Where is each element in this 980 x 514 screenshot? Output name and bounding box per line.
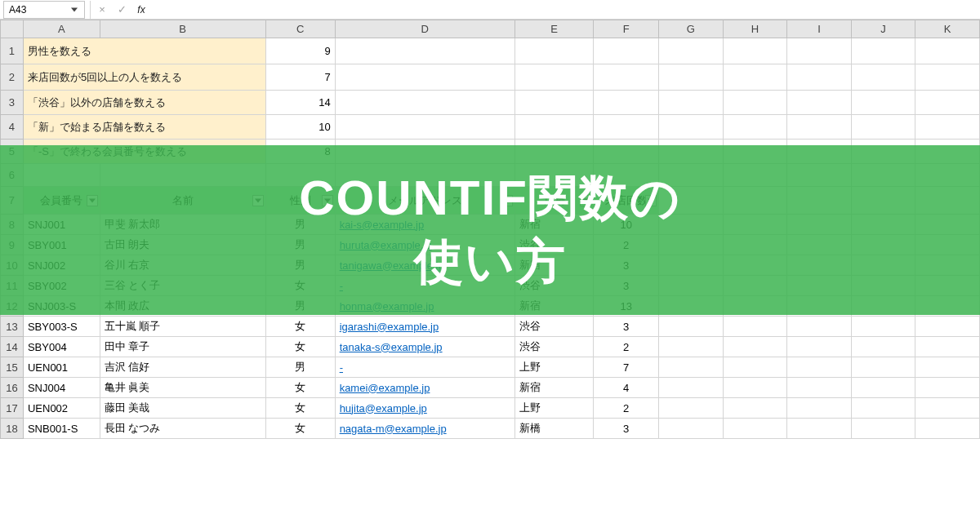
cell[interactable]: [335, 64, 514, 91]
email-link[interactable]: tanaka-s@example.jp: [340, 341, 443, 353]
cell[interactable]: [915, 215, 980, 235]
select-all-corner[interactable]: [1, 20, 24, 38]
cell[interactable]: [335, 91, 514, 115]
cell[interactable]: [915, 398, 980, 419]
cell[interactable]: [335, 140, 514, 164]
cell[interactable]: 男: [265, 296, 335, 317]
cell[interactable]: 田中 章子: [100, 337, 265, 357]
cell[interactable]: [723, 140, 787, 164]
cell[interactable]: [658, 140, 723, 164]
cell[interactable]: hujita@example.jp: [335, 398, 514, 419]
cell[interactable]: [787, 398, 851, 419]
cell[interactable]: 男: [265, 255, 335, 276]
cell[interactable]: [723, 398, 787, 419]
cell[interactable]: [723, 215, 787, 235]
row-header[interactable]: 5: [1, 140, 24, 164]
col-header[interactable]: G: [658, 20, 723, 38]
col-header[interactable]: A: [23, 20, 100, 38]
cell[interactable]: [915, 91, 980, 115]
cell[interactable]: [265, 164, 335, 187]
cell[interactable]: [658, 235, 723, 255]
cell[interactable]: [915, 187, 980, 215]
cell[interactable]: [915, 378, 980, 398]
cell[interactable]: [851, 337, 915, 357]
row-header[interactable]: 3: [1, 91, 24, 115]
cell[interactable]: 五十嵐 順子: [100, 317, 265, 337]
table-header[interactable]: 店舗: [514, 187, 594, 215]
cell[interactable]: huruta@example.jp: [335, 235, 514, 255]
cell[interactable]: [335, 38, 514, 64]
cell[interactable]: [787, 91, 851, 115]
cell[interactable]: [787, 115, 851, 140]
cell[interactable]: [514, 140, 594, 164]
cell[interactable]: 渋谷: [514, 337, 594, 357]
cell[interactable]: [658, 378, 723, 398]
email-link[interactable]: hujita@example.jp: [340, 402, 427, 414]
cell[interactable]: [658, 215, 723, 235]
filter-dropdown-icon[interactable]: [645, 195, 657, 206]
prompt-result[interactable]: 7: [265, 64, 335, 91]
prompt-label[interactable]: 「新」で始まる店舗を数える: [23, 115, 265, 140]
cell[interactable]: 10: [594, 215, 659, 235]
cell[interactable]: 男: [265, 215, 335, 235]
cell[interactable]: [594, 140, 659, 164]
cell[interactable]: 女: [265, 398, 335, 419]
cell[interactable]: [594, 115, 659, 140]
cell[interactable]: 三谷 とく子: [100, 276, 265, 296]
cell[interactable]: 藤田 美哉: [100, 398, 265, 419]
prompt-result[interactable]: 10: [265, 115, 335, 140]
cell[interactable]: [851, 187, 915, 215]
email-link[interactable]: tanigawa@example.jp: [340, 259, 444, 272]
cell[interactable]: [851, 276, 915, 296]
cell[interactable]: 3: [594, 419, 659, 439]
row-header[interactable]: 1: [1, 38, 24, 64]
cell[interactable]: [915, 255, 980, 276]
col-header[interactable]: F: [594, 20, 659, 38]
col-header[interactable]: C: [265, 20, 335, 38]
cell[interactable]: SNJ001: [23, 215, 100, 235]
prompt-label[interactable]: 「-S」で終わる会員番号を数える: [23, 140, 265, 164]
cell[interactable]: [723, 91, 787, 115]
cell[interactable]: [851, 215, 915, 235]
prompt-label[interactable]: 男性を数える: [23, 38, 265, 64]
table-header[interactable]: 名前: [100, 187, 265, 215]
cell[interactable]: SNJ003-S: [23, 296, 100, 317]
cell[interactable]: igarashi@example.jp: [335, 317, 514, 337]
cell[interactable]: [723, 255, 787, 276]
cell[interactable]: 女: [265, 276, 335, 296]
email-link[interactable]: -: [340, 361, 343, 374]
cell[interactable]: [723, 164, 787, 187]
row-header[interactable]: 18: [1, 419, 24, 439]
cell[interactable]: [723, 337, 787, 357]
cell[interactable]: 2: [594, 337, 659, 357]
filter-dropdown-icon[interactable]: [501, 195, 513, 206]
cell[interactable]: 新宿: [514, 378, 594, 398]
cell[interactable]: [658, 317, 723, 337]
cell[interactable]: 3: [594, 255, 659, 276]
cell[interactable]: [594, 164, 659, 187]
row-header[interactable]: 16: [1, 378, 24, 398]
col-header[interactable]: B: [100, 20, 265, 38]
cell[interactable]: 4: [594, 378, 659, 398]
cell[interactable]: [723, 64, 787, 91]
cell[interactable]: [915, 235, 980, 255]
cell[interactable]: [594, 91, 659, 115]
cell[interactable]: 女: [265, 337, 335, 357]
cell[interactable]: nagata-m@example.jp: [335, 419, 514, 439]
cell[interactable]: SBY003-S: [23, 317, 100, 337]
cell[interactable]: [787, 164, 851, 187]
cell[interactable]: [851, 255, 915, 276]
row-header[interactable]: 8: [1, 215, 24, 235]
cell[interactable]: 女: [265, 317, 335, 337]
cell[interactable]: 男: [265, 357, 335, 378]
row-header[interactable]: 6: [1, 164, 24, 187]
cell[interactable]: [851, 317, 915, 337]
cell[interactable]: -: [335, 357, 514, 378]
cell[interactable]: [658, 64, 723, 91]
cell[interactable]: 本間 政広: [100, 296, 265, 317]
filter-dropdown-icon[interactable]: [252, 195, 264, 206]
row-header[interactable]: 17: [1, 398, 24, 419]
col-header[interactable]: E: [514, 20, 594, 38]
cell[interactable]: [787, 255, 851, 276]
cell[interactable]: 女: [265, 378, 335, 398]
